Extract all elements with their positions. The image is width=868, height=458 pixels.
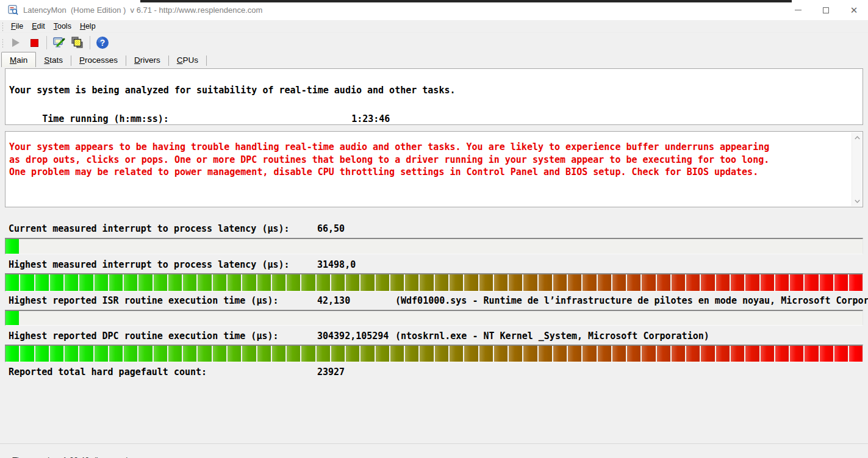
meter-segment: [686, 346, 700, 362]
menubar-gripper: [2, 22, 4, 31]
meter-segment: [79, 274, 93, 291]
time-running-value: 1:23:46: [351, 113, 390, 124]
meter-segment: [124, 311, 137, 325]
meter-segment: [213, 346, 226, 362]
meter-segment: [509, 311, 522, 325]
tab-drivers[interactable]: Drivers: [126, 54, 168, 67]
meter-segment: [154, 311, 167, 325]
meter-segment: [775, 311, 789, 325]
meter-segment: [20, 346, 34, 362]
meter-segment: [775, 274, 789, 291]
meter-segment: [287, 311, 300, 325]
processes-view-button[interactable]: [70, 35, 85, 51]
meter-segment: [420, 239, 433, 254]
meter-segment: [539, 346, 552, 362]
meter-segment: [242, 311, 256, 325]
meter-segment: [509, 239, 522, 254]
status-time-running: Time running: 1:23:46 (h:mm:ss): [12, 456, 129, 458]
menu-help[interactable]: Help: [76, 21, 100, 32]
meter-segment: [124, 274, 137, 291]
meter-segment: [701, 239, 714, 254]
menu-file[interactable]: File: [7, 21, 27, 32]
meter-segment: [775, 239, 789, 254]
meter-segment: [479, 274, 493, 291]
meter-segment: [420, 274, 433, 291]
meter-segment: [642, 274, 655, 291]
meter-segment: [805, 346, 818, 362]
meter-segment: [346, 274, 359, 291]
meter-segment: [228, 346, 241, 362]
meter-segment: [790, 274, 803, 291]
meter-segment: [716, 346, 730, 362]
meter-segment: [716, 274, 730, 291]
meter-segment: [20, 311, 34, 325]
start-monitor-button[interactable]: [8, 35, 24, 51]
meter-segment: [583, 346, 596, 362]
meter-segment: [287, 239, 300, 254]
chevron-up-icon: [855, 136, 860, 140]
tab-cpus[interactable]: CPUs: [169, 54, 206, 67]
metric-pagefaults: Reported total hard pagefault count:2392…: [9, 367, 868, 378]
maximize-icon: [823, 7, 829, 13]
warning-scrollbar[interactable]: [852, 132, 862, 206]
meter-segment: [435, 346, 448, 362]
help-button[interactable]: ?: [95, 35, 110, 51]
meter-segment: [168, 239, 182, 254]
tab-stats[interactable]: Stats: [36, 54, 71, 67]
meter-segment: [627, 346, 640, 362]
tab-main[interactable]: Main: [1, 52, 36, 67]
meter-segment: [65, 311, 78, 325]
background-strip: [140, 0, 792, 2]
meter-segment: [583, 311, 596, 325]
meter-segment: [272, 311, 285, 325]
analyze-system-button[interactable]: [51, 35, 67, 51]
meter-segment: [509, 274, 522, 291]
status-bar: Time running: 1:23:46 (h:mm:ss): [0, 443, 868, 458]
meter-segment: [464, 274, 478, 291]
scroll-up-button[interactable]: [852, 132, 863, 143]
svg-text:?: ?: [100, 38, 106, 48]
meter-segment: [109, 239, 123, 254]
meter-segment: [598, 346, 611, 362]
meter-segment: [5, 239, 19, 254]
meter-segment: [154, 274, 167, 291]
stop-monitor-button[interactable]: [26, 35, 42, 51]
meter-segment: [242, 346, 256, 362]
metric-info: [395, 367, 868, 378]
meter-segment: [420, 311, 433, 325]
meter-segment: [257, 346, 271, 362]
meter-segment: [95, 239, 108, 254]
scroll-down-button[interactable]: [852, 196, 863, 206]
menu-tools[interactable]: Tools: [49, 21, 76, 32]
metric-value: 66,50: [317, 223, 395, 235]
close-button[interactable]: ✕: [840, 0, 868, 20]
meter-segment: [494, 346, 508, 362]
metric-value: 304392,105294: [317, 331, 395, 342]
meter-segment: [376, 346, 389, 362]
meter-segment: [672, 274, 685, 291]
meter-segment: [198, 239, 211, 254]
minimize-button[interactable]: [784, 0, 812, 20]
meter-segment: [50, 239, 63, 254]
meter-segment: [598, 239, 611, 254]
meter-segment: [553, 311, 567, 325]
meter-segment: [790, 239, 803, 254]
window-title: LatencyMon (Home Edition ) v 6.71 - http…: [23, 5, 262, 15]
meter-segment: [95, 311, 108, 325]
tab-processes[interactable]: Processes: [71, 54, 126, 67]
meter-segment: [257, 311, 271, 325]
meter-segment: [390, 239, 404, 254]
meter-segment: [35, 311, 49, 325]
meter-segment: [301, 311, 315, 325]
meter-segment: [331, 274, 345, 291]
meter-segment: [287, 274, 300, 291]
meter-segment: [346, 311, 359, 325]
maximize-button[interactable]: [812, 0, 840, 20]
meter-segment: [790, 311, 803, 325]
meter-segment: [539, 274, 552, 291]
meter-segment: [390, 346, 404, 362]
menu-edit[interactable]: Edit: [27, 21, 49, 32]
meter-segment: [494, 311, 508, 325]
meter-segment: [65, 274, 78, 291]
meter-segment: [435, 239, 448, 254]
